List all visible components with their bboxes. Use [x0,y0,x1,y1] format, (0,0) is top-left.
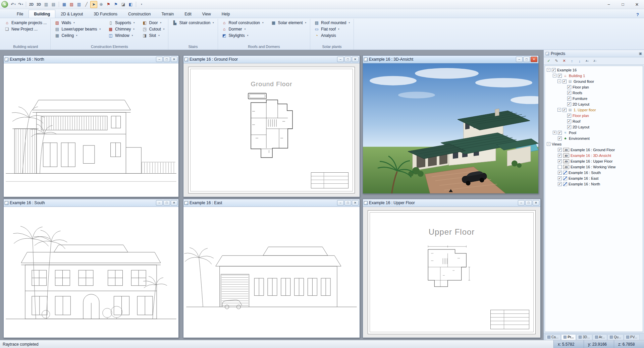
help-icon[interactable]: ? [634,11,641,18]
tab-terrain[interactable]: Terrain [156,10,179,18]
minimize-button[interactable]: – [156,57,163,62]
dropdown-caret-icon[interactable]: ▾ [73,21,75,24]
minimize-button[interactable]: – [337,57,344,62]
window-titlebar[interactable]: Example 16 : North –□✕ [4,56,178,63]
app-logo-icon[interactable]: ➤ [1,1,8,8]
tab-2d-layout[interactable]: 2D & Layout [55,10,88,18]
select-tool-button[interactable]: ➤ [90,1,97,8]
tree-checkbox[interactable]: ✓ [558,148,562,152]
tree-item-roof[interactable]: ✓Roof [545,118,643,124]
chimney-button[interactable]: ▩Chimney▾ [107,26,136,32]
window-minimize-button[interactable]: – [602,0,616,9]
delete-button[interactable]: ✕ [561,58,568,64]
window-south[interactable]: Example 16 : South –□✕ [3,199,179,338]
tree-checkbox[interactable]: ✓ [567,125,571,129]
tree-expander[interactable]: − [547,68,550,72]
tree-expander[interactable]: − [557,79,561,83]
dropdown-caret-icon[interactable]: ▾ [160,21,162,24]
tab-help[interactable]: Help [216,10,235,18]
window-titlebar[interactable]: Example 16 : East –□✕ [183,199,360,207]
tree-item-views[interactable]: −Views [545,141,643,147]
sort-descending-button[interactable]: Z↓ [592,58,598,64]
supports-button[interactable]: ▯Supports▾ [107,20,136,26]
tree-checkbox[interactable]: ✓ [567,91,571,95]
lower-upper-beams-button[interactable]: ▤Lower/upper beams▾ [53,26,102,32]
tree-expander[interactable]: − [553,74,556,77]
close-button[interactable]: ✕ [171,57,177,62]
flat-roof-button[interactable]: ▭Flat roof▾ [313,26,351,32]
dormer-button[interactable]: ⌂Dormer▾ [221,26,265,32]
tree-expander[interactable]: + [553,131,556,134]
window-north[interactable]: Example 16 : North –□✕ [3,55,179,197]
panel-tab-quantities[interactable]: Qu... [607,334,624,340]
toolbar-options-button[interactable]: ▾ [138,1,145,8]
tree-expander[interactable]: − [557,108,561,112]
tile-horizontal-button[interactable]: ▥ [43,1,50,8]
close-button[interactable]: ✕ [531,57,537,62]
window-titlebar[interactable]: Example 16 : Ground Floor –□✕ [183,56,360,63]
move-up-button[interactable]: ↑ [569,58,575,64]
dropdown-caret-icon[interactable]: ▾ [133,28,135,31]
tree-checkbox[interactable]: ✓ [558,159,562,163]
minimize-button[interactable]: – [156,200,163,206]
tab-file[interactable]: File [11,10,29,18]
rename-button[interactable]: ✎ [553,58,560,64]
panel-tab-3d-objects[interactable]: 3D... [576,334,592,340]
tab-construction[interactable]: Construction [123,10,156,18]
window-button[interactable]: ◫Window▾ [107,33,136,39]
panel-tab-projects[interactable]: Pr... [561,334,576,340]
tree-checkbox[interactable]: ✓ [558,131,562,135]
tree-item-2d-layout[interactable]: ✓2D Layout [545,101,643,107]
dropdown-caret-icon[interactable]: ▾ [133,21,135,24]
tree-item-furniture[interactable]: ✓Furniture [545,96,643,101]
tab-3d-functions[interactable]: 3D Functions [88,10,123,18]
tree-item-view-north[interactable]: ✓Example 16 : North [545,181,643,187]
window-ground-floor[interactable]: Example 16 : Ground Floor –□✕ Ground Flo… [183,55,360,197]
dropdown-caret-icon[interactable]: ▾ [305,21,307,24]
move-down-button[interactable]: ↓ [576,58,583,64]
tree-checkbox[interactable]: ✓ [558,154,562,158]
roof-mounted-button[interactable]: ▤Roof mounted▾ [313,20,351,26]
tree-item-floor-plan[interactable]: ✓Floor plan [545,84,643,90]
dropdown-caret-icon[interactable]: ▾ [213,21,214,24]
tree-item-view-upper-floor[interactable]: ✓2DExample 16 : Upper Floor [545,158,643,164]
drawing-canvas-upper-floor[interactable]: Upper Floor [363,207,540,338]
ceiling-button[interactable]: ▦Ceiling▾ [53,33,102,39]
tree-expander[interactable]: − [547,142,550,146]
window-titlebar[interactable]: Example 16 : South –□✕ [4,199,178,207]
stair-construction-button[interactable]: ▙Stair construction▾ [171,20,215,26]
grid-toggle-button[interactable]: ▦ [61,1,68,8]
dropdown-caret-icon[interactable]: ▾ [245,28,246,31]
close-button[interactable]: ✕ [171,200,177,206]
new-project-button[interactable]: ❏New Project ... [3,26,48,32]
slot-button[interactable]: ◨Slot▾ [141,33,166,39]
undo-caret-icon[interactable]: ▾ [14,3,16,6]
tree-checkbox[interactable]: ✓ [558,74,562,78]
drawing-canvas-north[interactable] [4,63,178,197]
window-east[interactable]: Example 16 : East –□✕ [183,199,360,338]
tree-item-view-working-view[interactable]: 2DExample 16 : Working View [545,164,643,170]
close-button[interactable]: ✕ [533,200,539,206]
dropdown-caret-icon[interactable]: ▾ [99,28,101,31]
tree-checkbox[interactable]: ✓ [567,97,571,101]
tree-item-view-south[interactable]: ✓Example 16 : South [545,170,643,175]
tree-checkbox[interactable]: ✓ [552,68,556,72]
projects-panel-header[interactable]: Projects ▣ [544,50,644,57]
materials-button[interactable]: ◧ [127,1,134,8]
close-button[interactable]: ✕ [352,200,359,206]
tree-checkbox[interactable]: ✓ [558,182,562,186]
drawing-canvas-south[interactable] [4,207,178,338]
drawing-canvas-3d[interactable] [363,63,538,193]
window-close-button[interactable]: ✕ [630,0,644,9]
tree-checkbox[interactable]: ✓ [562,79,567,83]
roof-construction-button[interactable]: ⌂Roof construction▾ [221,20,265,26]
restore-button[interactable]: □ [163,200,170,206]
tree-checkbox[interactable]: ✓ [562,108,567,112]
dropdown-caret-icon[interactable]: ▾ [262,21,264,24]
example-projects-button[interactable]: ⌂Example projects ... [3,20,48,26]
minimize-button[interactable]: – [518,200,525,206]
sort-ascending-button[interactable]: A↓ [584,58,591,64]
tab-view[interactable]: View [197,10,216,18]
tree-checkbox[interactable]: ✓ [558,136,562,140]
tree-checkbox[interactable]: ✓ [567,119,571,123]
